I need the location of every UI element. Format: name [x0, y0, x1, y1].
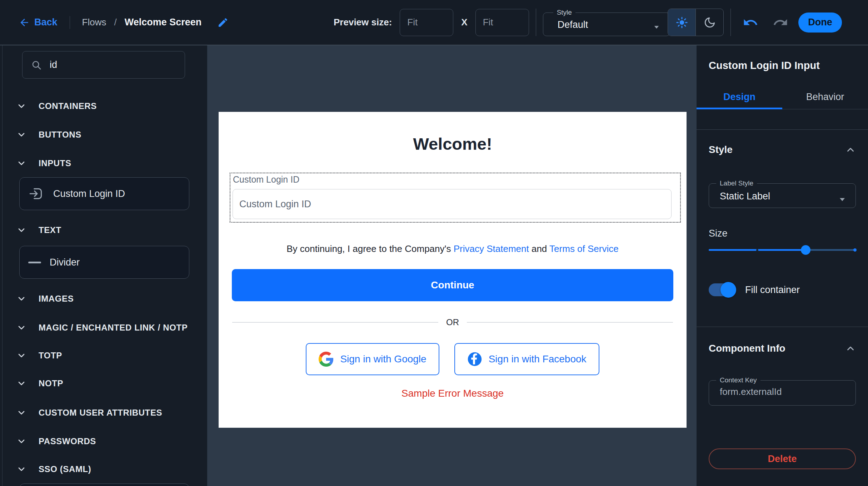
- chevron-up-icon: [845, 343, 856, 354]
- style-section-title: Style: [709, 144, 733, 155]
- sidebar-section-passwords[interactable]: PASSWORDS: [0, 434, 207, 448]
- chevron-down-icon: [16, 351, 26, 361]
- dark-mode-button[interactable]: [695, 9, 723, 36]
- sidebar-section-containers[interactable]: CONTAINERS: [0, 99, 207, 113]
- chevron-down-icon: [16, 294, 26, 304]
- preview-size-label: Preview size:: [334, 17, 392, 28]
- continue-button[interactable]: Continue: [232, 269, 673, 301]
- component-item-label: Divider: [50, 257, 80, 268]
- component-info-header[interactable]: Component Info: [709, 341, 856, 356]
- component-info-title: Component Info: [709, 343, 785, 354]
- style-select-value: Default: [558, 19, 588, 30]
- breadcrumb-flows[interactable]: Flows: [82, 17, 106, 28]
- light-mode-button[interactable]: [668, 9, 695, 36]
- sidebar-section-totp[interactable]: TOTP: [0, 348, 207, 363]
- panel-title: Custom Login ID Input: [709, 60, 868, 71]
- sidebar-section-inputs[interactable]: INPUTS: [0, 156, 207, 170]
- fill-container-row: Fill container: [709, 283, 868, 296]
- topbar: Back Flows / Welcome Screen Preview size…: [0, 0, 868, 45]
- rename-button[interactable]: [217, 17, 229, 28]
- or-divider: OR: [219, 315, 687, 329]
- section-label: CONTAINERS: [39, 101, 97, 111]
- section-label: INPUTS: [39, 158, 71, 168]
- consent-prefix: By continuing, I agree to the Company's: [286, 243, 451, 254]
- section-label: IMAGES: [39, 294, 74, 304]
- welcome-heading[interactable]: Welcome!: [219, 134, 687, 154]
- sidebar-section-custom-user-attributes[interactable]: CUSTOM USER ATTRIBUTES: [0, 406, 207, 420]
- panel-divider: [697, 327, 868, 327]
- theme-toggle: [668, 9, 724, 36]
- sidebar-section-buttons[interactable]: BUTTONS: [0, 128, 207, 142]
- component-item-partial[interactable]: [19, 483, 189, 486]
- search-icon: [31, 59, 42, 71]
- redo-button[interactable]: [773, 15, 788, 30]
- redo-icon: [773, 15, 788, 30]
- section-label: PASSWORDS: [39, 436, 96, 446]
- size-label: Size: [709, 228, 868, 239]
- sample-error-message: Sample Error Message: [219, 388, 687, 399]
- size-slider[interactable]: [709, 245, 856, 255]
- label-style-select[interactable]: Label Style Static Label: [709, 179, 856, 208]
- chevron-down-icon: [16, 464, 26, 474]
- slider-thumb[interactable]: [801, 245, 810, 255]
- search-input[interactable]: [50, 59, 176, 70]
- sidebar-section-magic-link[interactable]: MAGIC / ENCHANTED LINK / NOTP: [0, 321, 207, 335]
- topbar-separator: [70, 16, 70, 29]
- chevron-down-icon: [16, 101, 26, 111]
- component-search[interactable]: [22, 51, 185, 79]
- divider-icon: [28, 262, 41, 263]
- toggle-knob: [720, 282, 736, 298]
- style-section-header[interactable]: Style: [709, 143, 856, 157]
- preview-height-input[interactable]: [475, 9, 529, 36]
- tab-behavior[interactable]: Behavior: [782, 85, 868, 109]
- google-icon: [319, 352, 334, 367]
- label-style-value: Static Label: [720, 191, 770, 202]
- chevron-down-icon: [16, 436, 26, 446]
- facebook-signin-button[interactable]: Sign in with Facebook: [454, 343, 599, 375]
- login-input-field[interactable]: [233, 189, 672, 219]
- flow-screen-editor: Back Flows / Welcome Screen Preview size…: [0, 0, 868, 486]
- sidebar-section-notp[interactable]: NOTP: [0, 376, 207, 391]
- dimension-x-label: X: [461, 17, 467, 28]
- consent-conjunction: and: [532, 243, 547, 254]
- social-buttons-row: Sign in with Google Sign in with Faceboo…: [219, 343, 687, 375]
- done-button[interactable]: Done: [798, 13, 842, 33]
- divider-line: [232, 322, 438, 323]
- page-title: Welcome Screen: [125, 17, 202, 28]
- login-input-label: Custom Login ID: [233, 174, 299, 185]
- delete-button[interactable]: Delete: [709, 448, 856, 469]
- back-button[interactable]: Back: [19, 17, 58, 28]
- privacy-statement-link[interactable]: Privacy Statement: [454, 243, 529, 254]
- sidebar-section-text[interactable]: TEXT: [0, 223, 207, 237]
- fill-container-toggle[interactable]: [709, 283, 735, 296]
- preview-width-input[interactable]: [400, 9, 453, 36]
- breadcrumb: Flows / Welcome Screen: [82, 17, 202, 28]
- facebook-icon: [467, 352, 482, 367]
- section-label: BUTTONS: [39, 130, 81, 140]
- back-label: Back: [34, 17, 58, 28]
- consent-text: By continuing, I agree to the Company's …: [219, 243, 687, 254]
- custom-login-id-component-selected[interactable]: Custom Login ID: [230, 173, 681, 223]
- chevron-down-icon: [16, 158, 26, 168]
- sidebar-section-images[interactable]: IMAGES: [0, 292, 207, 306]
- terms-of-service-link[interactable]: Terms of Service: [549, 243, 619, 254]
- components-sidebar: CONTAINERS BUTTONS INPUTS Custom Login I…: [0, 45, 207, 486]
- tab-design[interactable]: Design: [697, 85, 782, 109]
- component-item-divider[interactable]: Divider: [19, 246, 189, 279]
- preview-size-controls: Preview size: X Style Default: [334, 0, 670, 45]
- context-key-input[interactable]: [720, 386, 841, 397]
- component-item-custom-login-id[interactable]: Custom Login ID: [19, 177, 189, 210]
- google-signin-button[interactable]: Sign in with Google: [306, 343, 439, 375]
- context-key-field[interactable]: Context Key: [709, 376, 856, 406]
- section-label: CUSTOM USER ATTRIBUTES: [39, 408, 162, 418]
- section-label: SSO (SAML): [39, 464, 91, 474]
- style-select[interactable]: Style Default: [543, 9, 670, 36]
- chevron-up-icon: [845, 144, 856, 155]
- google-signin-label: Sign in with Google: [340, 353, 426, 365]
- sidebar-section-sso-saml[interactable]: SSO (SAML): [0, 462, 207, 476]
- preview-canvas: Welcome! Custom Login ID By continuing, …: [207, 45, 697, 486]
- chevron-down-icon: [16, 225, 26, 235]
- caret-down-icon: [651, 21, 662, 32]
- undo-button[interactable]: [743, 15, 758, 30]
- divider-line: [467, 322, 673, 323]
